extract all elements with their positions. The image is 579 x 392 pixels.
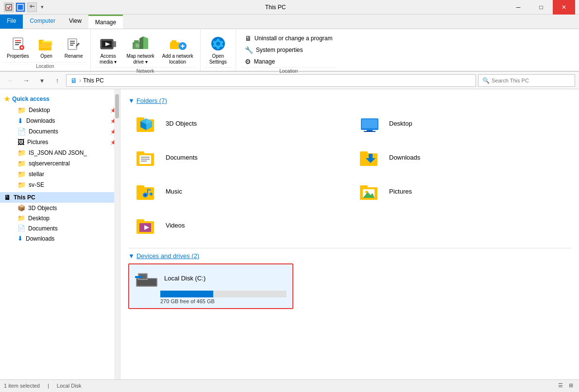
- drive-item-top: Local Disk (C:): [135, 268, 287, 288]
- content-area: ▼ Folders (7) 3D Objects: [120, 89, 579, 379]
- sidebar-item-isjson[interactable]: 📁 IS_JSON AND JSON_: [0, 147, 120, 158]
- system-prop-label: System properties: [256, 47, 303, 53]
- svg-point-53: [144, 194, 146, 196]
- quick-access-toolbar-icon1[interactable]: [4, 2, 14, 12]
- folder-downloads[interactable]: Downloads: [352, 142, 571, 172]
- isjson-folder-icon: 📁: [17, 149, 26, 157]
- drive-c[interactable]: Local Disk (C:) 270 GB free of 465 GB: [128, 263, 293, 309]
- sidebar-item-svse[interactable]: 📁 sv-SE: [0, 180, 120, 190]
- sidebar-desktop-pc[interactable]: 📁 Desktop: [0, 213, 120, 223]
- this-pc-label: This PC: [14, 194, 35, 201]
- folders-section-header[interactable]: ▼ Folders (7): [128, 97, 571, 104]
- add-network-location-button[interactable]: Add a networklocation: [159, 33, 196, 67]
- status-item-count: 1 item selected: [4, 383, 40, 389]
- music-icon: [135, 180, 160, 202]
- isjson-label: IS_JSON AND JSON_: [29, 149, 87, 156]
- desktop-label: Desktop: [389, 120, 412, 127]
- search-box[interactable]: 🔍: [478, 74, 575, 87]
- documents-folder-icon: 📄: [17, 128, 26, 135]
- folder-3d-objects[interactable]: 3D Objects: [128, 108, 348, 138]
- sidebar-scrollbar[interactable]: [114, 89, 120, 379]
- status-bar: 1 item selected | Local Disk ☰ ⊞: [0, 379, 579, 391]
- manage-button[interactable]: ⚙ Manage: [242, 56, 336, 67]
- address-bar: ← → ▾ ↑ 🖥 › This PC 🔍: [0, 72, 579, 89]
- properties-button[interactable]: Properties: [4, 33, 32, 61]
- svg-marker-26: [143, 36, 148, 49]
- large-icons-button[interactable]: ⊞: [567, 381, 575, 390]
- back-button[interactable]: ←: [4, 74, 17, 87]
- recent-locations-button[interactable]: ▾: [35, 74, 49, 87]
- up-button[interactable]: ↑: [51, 74, 64, 87]
- quick-access-header[interactable]: ★ Quick access: [0, 93, 120, 105]
- manage-icon: ⚙: [245, 58, 251, 65]
- map-network-drive-button[interactable]: Map networkdrive ▾: [124, 33, 157, 67]
- videos-icon: [135, 214, 160, 236]
- svg-rect-51: [136, 185, 144, 189]
- svg-rect-67: [137, 279, 156, 286]
- drive-c-name: Local Disk (C:): [164, 275, 205, 282]
- ribbon-group-system: 🖥 Uninstall or change a program 🔧 System…: [236, 29, 341, 71]
- folder-grid: 3D Objects Desktop: [128, 108, 571, 240]
- folder-desktop[interactable]: Desktop: [352, 108, 571, 138]
- pictures-quick-label: Pictures: [27, 139, 48, 146]
- quick-access-toolbar-icon2[interactable]: [16, 2, 25, 12]
- address-path[interactable]: 🖥 › This PC: [66, 74, 476, 87]
- svse-folder-icon: 📁: [17, 181, 26, 189]
- sidebar-3d-objects[interactable]: 📦 3D Objects: [0, 203, 120, 213]
- ribbon-group-network: Accessmedia ▾ Map networkdrive ▾: [91, 29, 201, 71]
- sidebar-this-pc-item[interactable]: 🖥 This PC: [0, 192, 120, 203]
- system-properties-button[interactable]: 🔧 System properties: [242, 45, 336, 55]
- minimize-button[interactable]: ─: [507, 0, 529, 15]
- sidebar-item-sqlserver[interactable]: 📁 sqlservercentral: [0, 158, 120, 169]
- stellar-label: stellar: [29, 171, 44, 178]
- sidebar-item-pictures-quick[interactable]: 🖼 Pictures 📌: [0, 137, 120, 147]
- folder-documents[interactable]: Documents: [128, 142, 348, 172]
- access-media-button[interactable]: Accessmedia ▾: [95, 33, 122, 67]
- quick-access-toolbar-icon3[interactable]: [27, 2, 37, 12]
- sidebar-item-stellar[interactable]: 📁 stellar: [0, 169, 120, 180]
- settings-label: OpenSettings: [209, 53, 227, 65]
- tab-file[interactable]: File: [0, 15, 23, 29]
- uninstall-button[interactable]: 🖥 Uninstall or change a program: [242, 33, 336, 44]
- sidebar-scroll-thumb: [115, 94, 119, 118]
- sidebar-downloads-pc[interactable]: ⬇ Downloads: [0, 233, 120, 244]
- sidebar-item-downloads-quick[interactable]: ⬇ Downloads 📌: [0, 115, 120, 126]
- open-button[interactable]: Open: [34, 33, 59, 61]
- rename-icon: [65, 35, 83, 52]
- open-icon: [38, 35, 55, 52]
- tab-manage[interactable]: Manage: [88, 15, 123, 29]
- svg-rect-58: [360, 185, 368, 189]
- search-input[interactable]: [492, 78, 571, 83]
- address-separator: ›: [79, 77, 81, 84]
- sidebar-documents-pc[interactable]: 📄 Documents: [0, 223, 120, 233]
- desktop-pc-icon: 📁: [17, 214, 25, 222]
- 3d-objects-label: 3D Objects: [166, 120, 197, 127]
- svg-rect-13: [42, 41, 52, 43]
- svg-point-34: [216, 42, 220, 46]
- forward-button[interactable]: →: [19, 74, 33, 87]
- sidebar-item-desktop-quick[interactable]: 📁 Desktop 📌: [0, 105, 120, 115]
- svg-rect-15: [70, 41, 75, 42]
- ribbon-group-network-items: Accessmedia ▾ Map networkdrive ▾: [95, 31, 196, 67]
- tab-view[interactable]: View: [62, 15, 88, 29]
- rename-button[interactable]: Rename: [61, 33, 86, 61]
- documents-pc-label: Documents: [28, 225, 58, 232]
- close-button[interactable]: ✕: [553, 0, 575, 15]
- uninstall-icon: 🖥: [245, 34, 252, 42]
- svg-rect-24: [134, 40, 139, 43]
- folder-videos[interactable]: Videos: [128, 210, 348, 240]
- svg-rect-46: [141, 161, 147, 162]
- svg-rect-40: [364, 131, 375, 132]
- pictures-folder-icon: 🖼: [17, 138, 24, 146]
- folder-music[interactable]: Music: [128, 176, 348, 206]
- sidebar-item-documents-quick[interactable]: 📄 Documents 📌: [0, 126, 120, 137]
- details-view-button[interactable]: ☰: [556, 381, 565, 390]
- maximize-button[interactable]: □: [530, 0, 552, 15]
- svg-rect-14: [68, 39, 77, 49]
- folder-pictures[interactable]: Pictures: [352, 176, 571, 206]
- tab-computer[interactable]: Computer: [23, 15, 62, 29]
- devices-section-header[interactable]: ▼ Devices and drives (2): [128, 252, 571, 260]
- svg-marker-25: [139, 36, 143, 49]
- customize-arrow[interactable]: ▾: [41, 4, 44, 10]
- open-settings-button[interactable]: OpenSettings: [204, 33, 232, 67]
